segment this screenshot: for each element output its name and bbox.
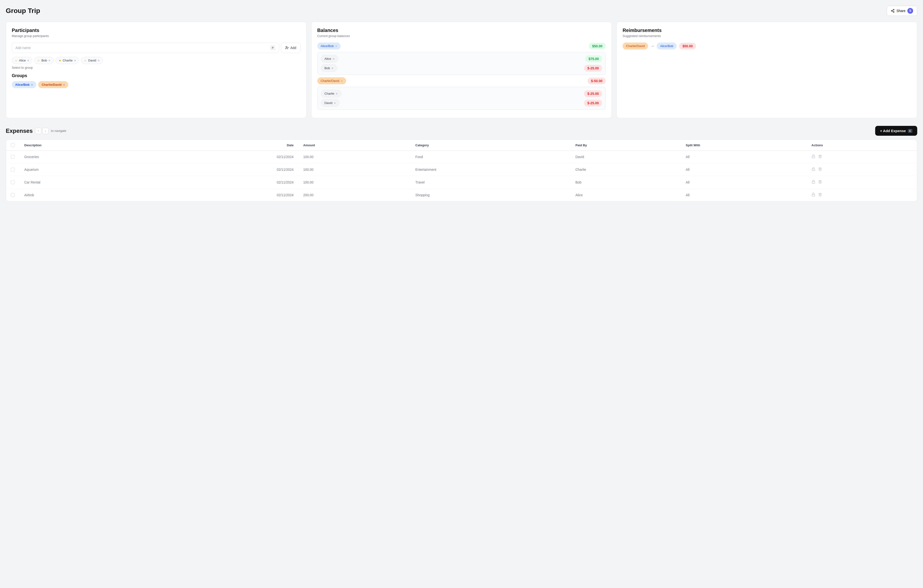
row-split-with-2: All bbox=[681, 176, 806, 189]
col-split-with: Split With bbox=[681, 140, 806, 151]
row-description-1: Aquarium bbox=[20, 163, 160, 176]
remove-bob-icon[interactable]: × bbox=[49, 59, 51, 62]
nav-arrow-up[interactable]: ↑ bbox=[35, 128, 41, 134]
balance-chip-alice-bob[interactable]: Alice/Bob × bbox=[317, 43, 341, 49]
remove-balance-charlie-david-icon[interactable]: × bbox=[341, 79, 343, 83]
participant-name-bob: Bob bbox=[41, 59, 47, 62]
participant-chip-bob[interactable]: ☆ Bob × bbox=[34, 57, 53, 64]
balances-card-title: Balances bbox=[317, 28, 606, 33]
add-expense-label: + Add Expense bbox=[880, 129, 906, 133]
share-avatar: S bbox=[907, 8, 913, 14]
balance-subgroup-alice-bob: Alice × $75.00 Bob × $-25.00 bbox=[317, 52, 606, 75]
row-actions-3 bbox=[806, 189, 917, 201]
svg-rect-8 bbox=[812, 156, 815, 158]
trash-icon-1[interactable] bbox=[818, 167, 822, 172]
nav-arrow-down[interactable]: ↓ bbox=[42, 128, 49, 134]
balance-label-charlie-david: Charlie/David bbox=[321, 79, 339, 83]
svg-point-1 bbox=[891, 10, 892, 11]
balance-subrow-david: David × $-25.00 bbox=[321, 99, 602, 106]
trash-icon-2[interactable] bbox=[818, 180, 822, 185]
row-category-1: Entertainment bbox=[411, 163, 571, 176]
balance-chip-bob[interactable]: Bob × bbox=[321, 64, 337, 72]
row-checkbox-cell bbox=[6, 151, 20, 163]
remove-group-charlie-david-icon[interactable]: × bbox=[63, 83, 65, 87]
group-alice-bob-label: Alice/Bob bbox=[15, 83, 30, 87]
svg-rect-11 bbox=[812, 194, 815, 196]
balance-label-alice-bob: Alice/Bob bbox=[321, 44, 334, 48]
row-checkbox-3[interactable] bbox=[11, 193, 15, 197]
participant-chip-alice[interactable]: ☆ Alice × bbox=[12, 57, 32, 64]
lock-icon-3[interactable] bbox=[811, 193, 815, 197]
balance-row-charliedavid: Charlie/David × $-50.00 bbox=[317, 77, 606, 84]
share-button[interactable]: Share S bbox=[887, 6, 917, 16]
balance-subrow-bob: Bob × $-25.00 bbox=[321, 64, 602, 72]
svg-point-0 bbox=[893, 9, 894, 10]
col-date: Date bbox=[160, 140, 298, 151]
remove-balance-david-icon[interactable]: × bbox=[334, 102, 336, 105]
reimbursements-card-title: Reimbursements bbox=[622, 28, 911, 33]
lock-icon-0[interactable] bbox=[811, 154, 815, 159]
select-all-th bbox=[6, 140, 20, 151]
remove-balance-alice-bob-icon[interactable]: × bbox=[335, 44, 337, 48]
star-icon-alice: ☆ bbox=[15, 59, 18, 62]
row-split-with-3: All bbox=[681, 189, 806, 201]
share-icon bbox=[891, 9, 895, 13]
row-split-with-1: All bbox=[681, 163, 806, 176]
group-chip-charlie-david[interactable]: Charlie/David × bbox=[38, 81, 68, 88]
remove-david-icon[interactable]: × bbox=[98, 59, 100, 62]
participant-chip-david[interactable]: ☆ David × bbox=[81, 57, 103, 64]
row-checkbox-2[interactable] bbox=[11, 180, 15, 184]
balance-chip-charlie[interactable]: Charlie × bbox=[321, 90, 341, 97]
remove-charlie-icon[interactable]: × bbox=[74, 59, 76, 62]
row-actions-1 bbox=[806, 163, 917, 176]
expenses-header: Expenses ↑ ↓ to navigate + Add Expense E bbox=[6, 126, 917, 136]
lock-icon-2[interactable] bbox=[811, 180, 815, 185]
reimbursement-row-1: Charlie/David → Alice/Bob $50.00 bbox=[622, 43, 911, 49]
balance-chip-david[interactable]: David × bbox=[321, 99, 339, 106]
remove-group-alice-bob-icon[interactable]: × bbox=[31, 83, 33, 87]
row-paid-by-3: Alice bbox=[571, 189, 681, 201]
balance-chip-charlie-david[interactable]: Charlie/David × bbox=[317, 77, 346, 84]
remove-alice-icon[interactable]: × bbox=[27, 59, 29, 62]
svg-rect-9 bbox=[812, 169, 815, 170]
remove-balance-bob-icon[interactable]: × bbox=[332, 67, 333, 70]
expenses-table: Description Date Amount Category Paid By… bbox=[6, 139, 917, 201]
row-paid-by-2: Bob bbox=[571, 176, 681, 189]
col-amount: Amount bbox=[298, 140, 411, 151]
col-category: Category bbox=[411, 140, 571, 151]
reimb-to-label: Alice/Bob bbox=[660, 44, 673, 48]
lock-icon-1[interactable] bbox=[811, 167, 815, 172]
add-name-input[interactable]: Add name P bbox=[12, 43, 279, 53]
remove-balance-alice-icon[interactable]: × bbox=[333, 57, 335, 61]
balances-card-subtitle: Current group balances bbox=[317, 34, 606, 38]
participant-chip-charlie[interactable]: ★ Charlie × bbox=[56, 57, 79, 64]
participant-name-david: David bbox=[88, 59, 96, 62]
svg-point-2 bbox=[893, 11, 894, 13]
balance-amount-charlie: $-25.00 bbox=[584, 90, 602, 97]
row-checkbox-cell bbox=[6, 176, 20, 189]
row-amount-2: 100.00 bbox=[298, 176, 411, 189]
balance-chip-alice[interactable]: Alice × bbox=[321, 55, 338, 62]
row-checkbox-1[interactable] bbox=[11, 168, 15, 172]
row-checkbox-0[interactable] bbox=[11, 155, 15, 159]
add-expense-button[interactable]: + Add Expense E bbox=[875, 126, 917, 136]
table-row: Aquarium 02/11/2024 100.00 Entertainment… bbox=[6, 163, 917, 176]
balance-amount-david: $-25.00 bbox=[584, 100, 602, 106]
trash-icon-0[interactable] bbox=[818, 154, 822, 159]
trash-icon-3[interactable] bbox=[818, 193, 822, 197]
remove-balance-charlie-icon[interactable]: × bbox=[336, 92, 338, 95]
row-category-2: Travel bbox=[411, 176, 571, 189]
select-all-checkbox[interactable] bbox=[11, 143, 15, 147]
group-chip-alice-bob[interactable]: Alice/Bob × bbox=[12, 81, 36, 88]
svg-line-4 bbox=[892, 10, 893, 11]
reimb-from-label: Charlie/David bbox=[626, 44, 645, 48]
row-date-3: 02/11/2024 bbox=[160, 189, 298, 201]
add-participant-row: Add name P Add bbox=[12, 43, 301, 53]
balance-amount-charlie-david: $-50.00 bbox=[588, 78, 606, 84]
row-checkbox-cell bbox=[6, 163, 20, 176]
add-participant-button[interactable]: Add bbox=[281, 43, 301, 53]
row-split-with-0: All bbox=[681, 151, 806, 163]
nav-arrows: ↑ ↓ bbox=[35, 128, 49, 134]
participants-card-subtitle: Manage group participants bbox=[12, 34, 301, 38]
expenses-title-row: Expenses ↑ ↓ to navigate bbox=[6, 128, 66, 134]
